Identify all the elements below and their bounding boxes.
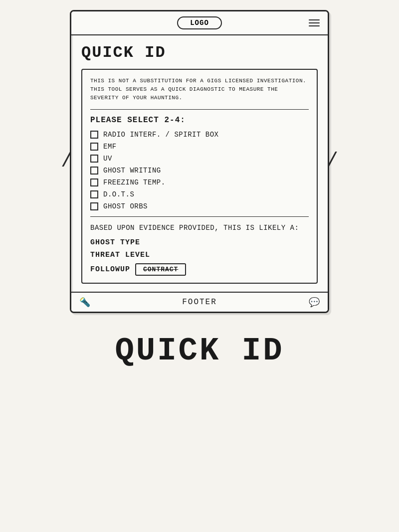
checkbox-label-dots: D.O.T.S: [103, 190, 134, 198]
logo: LOGO: [177, 16, 222, 29]
checkbox-freezing-temp[interactable]: [90, 178, 98, 186]
footer-icon-right: 💬: [309, 297, 320, 308]
select-prompt: Please Select 2-4:: [90, 116, 309, 125]
footer-icon-left: 🔦: [79, 297, 90, 308]
checkbox-radio-interf[interactable]: [90, 131, 98, 139]
checklist: Radio Interf. / Spirit Box EMF UV Ghost …: [90, 131, 309, 210]
disclaimer-text: This is not a substitution for a GIGS li…: [90, 77, 309, 102]
checkbox-label-radio-interf: Radio Interf. / Spirit Box: [103, 131, 218, 139]
checkbox-emf[interactable]: [90, 143, 98, 151]
list-item[interactable]: D.O.T.S: [90, 190, 309, 198]
hamburger-line-3: [309, 25, 320, 26]
checkbox-uv[interactable]: [90, 155, 98, 163]
footer-bar: 🔦 Footer 💬: [71, 292, 328, 312]
checkbox-label-freezing-temp: Freezing Temp.: [103, 178, 166, 186]
checkbox-ghost-orbs[interactable]: [90, 202, 98, 210]
list-item[interactable]: Ghost Orbs: [90, 202, 309, 210]
page-title: Quick ID: [81, 43, 318, 62]
checkbox-label-ghost-writing: Ghost Writing: [103, 167, 161, 175]
header-bar: LOGO: [71, 11, 328, 35]
list-item[interactable]: Freezing Temp.: [90, 178, 309, 186]
phone-frame: LOGO Quick ID This is not a substitution…: [70, 10, 329, 313]
followup-label: Followup: [90, 265, 130, 274]
divider-1: [90, 109, 309, 110]
checkbox-label-ghost-orbs: Ghost Orbs: [103, 202, 148, 210]
checkbox-ghost-writing[interactable]: [90, 167, 98, 175]
contract-button[interactable]: CONTRACT: [135, 263, 186, 276]
threat-level-label: Threat Level: [90, 251, 309, 259]
main-card: This is not a substitution for a GIGS li…: [81, 69, 318, 284]
list-item[interactable]: Radio Interf. / Spirit Box: [90, 131, 309, 139]
results-section: Based upon evidence provided, this is li…: [90, 223, 309, 276]
bottom-large-title: QUICK ID: [115, 333, 284, 369]
phone-frame-wrapper: // // LOGO Quick ID This is not a substi…: [70, 10, 329, 313]
checkbox-dots[interactable]: [90, 190, 98, 198]
divider-2: [90, 216, 309, 217]
list-item[interactable]: UV: [90, 155, 309, 163]
footer-text: Footer: [182, 298, 217, 307]
ghost-type-label: Ghost Type: [90, 238, 309, 247]
checkbox-label-uv: UV: [103, 155, 112, 163]
list-item[interactable]: EMF: [90, 143, 309, 151]
page-content: Quick ID This is not a substitution for …: [71, 35, 328, 292]
checkbox-label-emf: EMF: [103, 143, 117, 151]
followup-row: Followup CONTRACT: [90, 263, 309, 276]
hamburger-line-2: [309, 22, 320, 23]
results-intro: Based upon evidence provided, this is li…: [90, 223, 309, 233]
hamburger-menu-button[interactable]: [309, 19, 320, 26]
list-item[interactable]: Ghost Writing: [90, 167, 309, 175]
hamburger-line-1: [309, 19, 320, 20]
